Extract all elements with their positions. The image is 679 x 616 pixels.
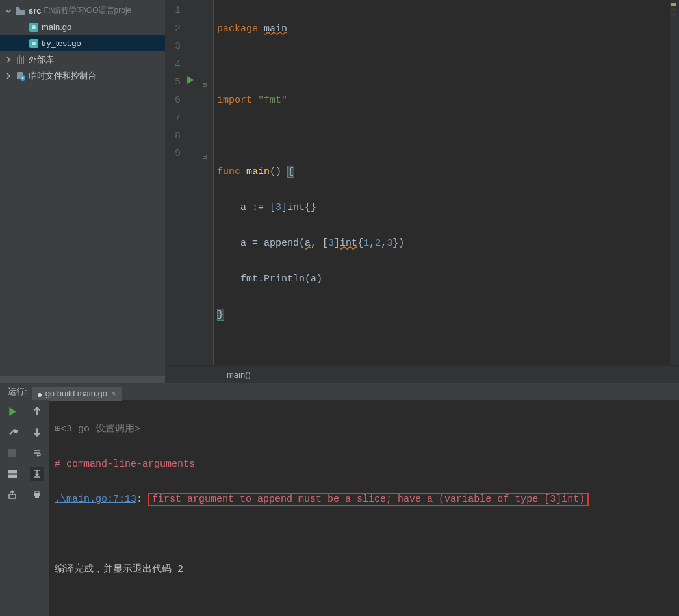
tree-label-src: src bbox=[29, 6, 42, 16]
code-token: }) bbox=[392, 238, 404, 249]
arrow-up-icon[interactable] bbox=[30, 404, 44, 418]
tree-node-try-test-go[interactable]: try_test.go bbox=[0, 35, 165, 51]
console-finish-text: 编译完成，并显示退出代码 bbox=[55, 564, 177, 575]
close-icon[interactable]: × bbox=[111, 389, 116, 398]
svg-rect-8 bbox=[8, 449, 16, 457]
code-area[interactable]: package main import "fmt" func main() { … bbox=[214, 0, 670, 365]
go-file-icon bbox=[38, 391, 42, 397]
stop-button[interactable] bbox=[5, 446, 19, 460]
chevron-right-icon bbox=[4, 57, 13, 63]
code-token: { bbox=[287, 166, 294, 178]
code-token: int bbox=[340, 238, 357, 249]
code-token: , [ bbox=[311, 238, 328, 249]
code-token: 1 bbox=[363, 238, 369, 249]
svg-rect-13 bbox=[35, 491, 39, 493]
line-number: 6 bbox=[165, 92, 181, 110]
line-number: 1 bbox=[165, 2, 181, 20]
run-header-label: 运行: bbox=[8, 386, 27, 398]
code-token: ] bbox=[334, 238, 340, 249]
breadcrumb-label: main() bbox=[227, 370, 251, 379]
chevron-down-icon bbox=[4, 8, 13, 14]
run-panel: 运行: go build main.go × bbox=[0, 383, 679, 616]
export-button[interactable] bbox=[5, 487, 19, 502]
run-header: 运行: go build main.go × bbox=[0, 383, 679, 400]
code-token: fmt.Println( bbox=[217, 274, 311, 285]
tree-node-scratches[interactable]: 临时文件和控制台 bbox=[0, 68, 165, 84]
code-token: {} bbox=[305, 202, 316, 213]
arrow-down-icon[interactable] bbox=[30, 425, 44, 439]
code-token: append bbox=[264, 238, 299, 249]
tree-node-src[interactable]: src F:\编程学习\GO语言proje bbox=[0, 3, 165, 19]
stripe-marker[interactable] bbox=[671, 8, 676, 11]
code-token: , bbox=[381, 238, 387, 249]
console-output[interactable]: ⊞<3 go 设置调用> # command-line-arguments .\… bbox=[49, 400, 679, 616]
gutter-line-numbers: 1 2 3 4 5 6 7 8 9 bbox=[165, 0, 185, 365]
project-sidebar: src F:\编程学习\GO语言proje main.go try_test.g… bbox=[0, 0, 165, 383]
code-token: main bbox=[246, 166, 270, 177]
sidebar-scrollbar[interactable] bbox=[0, 376, 165, 383]
project-tree: src F:\编程学习\GO语言proje main.go try_test.g… bbox=[0, 0, 165, 84]
line-number: 9 bbox=[165, 145, 181, 163]
svg-rect-14 bbox=[35, 496, 39, 498]
line-number: 5 bbox=[165, 73, 181, 92]
console-error-link[interactable]: .\main.go:7:13 bbox=[55, 494, 136, 505]
go-file-icon bbox=[29, 38, 39, 49]
console-prompt: <3 go 设置调用> bbox=[60, 424, 140, 435]
run-toolbar-right bbox=[25, 400, 49, 616]
code-token: ( bbox=[299, 238, 305, 249]
code-token: a = bbox=[217, 238, 264, 249]
svg-rect-10 bbox=[8, 474, 17, 478]
code-token: func bbox=[217, 166, 240, 177]
fold-start-icon[interactable]: ⊟ bbox=[203, 77, 207, 95]
library-icon bbox=[16, 55, 26, 65]
run-toolbar-left bbox=[0, 400, 25, 616]
tree-path-src: F:\编程学习\GO语言proje bbox=[44, 5, 132, 16]
console-error-heading: # command-line-arguments bbox=[55, 459, 195, 470]
line-number: 2 bbox=[165, 20, 181, 38]
console-error-message: first argument to append must be a slice… bbox=[152, 494, 585, 505]
wrench-icon[interactable] bbox=[5, 425, 19, 439]
rerun-button[interactable] bbox=[5, 404, 19, 418]
fold-end-icon[interactable]: ⊟ bbox=[203, 148, 207, 166]
stripe-marker[interactable] bbox=[671, 3, 676, 6]
scratches-icon bbox=[16, 71, 26, 81]
code-token: } bbox=[217, 309, 224, 321]
code-token: a bbox=[311, 274, 316, 285]
editor-error-stripe[interactable] bbox=[670, 0, 679, 365]
breadcrumb[interactable]: main() bbox=[165, 365, 679, 383]
console-text: : bbox=[136, 494, 148, 505]
chevron-right-icon bbox=[4, 73, 13, 79]
scroll-to-end-icon[interactable] bbox=[30, 467, 44, 481]
code-token: a := [ bbox=[217, 202, 275, 213]
svg-rect-9 bbox=[8, 470, 17, 473]
line-number: 7 bbox=[165, 109, 181, 127]
run-tab[interactable]: go build main.go × bbox=[32, 387, 122, 401]
soft-wrap-icon[interactable] bbox=[30, 446, 44, 460]
code-token: { bbox=[357, 238, 363, 249]
code-token: ) bbox=[316, 274, 322, 285]
editor: 1 2 3 4 5 6 7 8 9 ⊟ ⊟ bbox=[165, 0, 679, 383]
tree-label: main.go bbox=[42, 22, 71, 32]
svg-rect-2 bbox=[19, 55, 20, 64]
console-exit-code: 2 bbox=[177, 564, 183, 575]
gutter-marks bbox=[185, 0, 200, 365]
svg-rect-0 bbox=[16, 7, 19, 9]
code-token: int bbox=[287, 202, 305, 213]
code-token: ] bbox=[281, 202, 287, 213]
code-token: 3 bbox=[275, 202, 281, 213]
tree-label: 临时文件和控制台 bbox=[29, 70, 96, 82]
stripe-marker[interactable] bbox=[671, 13, 676, 16]
tree-node-external-libs[interactable]: 外部库 bbox=[0, 51, 165, 68]
print-icon[interactable] bbox=[30, 487, 44, 502]
svg-rect-3 bbox=[21, 57, 22, 64]
code-token: 2 bbox=[375, 238, 381, 249]
code-token: 3 bbox=[387, 238, 392, 249]
tree-label: 外部库 bbox=[29, 54, 54, 66]
line-number: 3 bbox=[165, 38, 181, 56]
layout-button[interactable] bbox=[5, 467, 19, 481]
code-token: package bbox=[217, 23, 258, 34]
tree-node-main-go[interactable]: main.go bbox=[0, 19, 165, 35]
code-token: 3 bbox=[328, 238, 334, 249]
code-token: import bbox=[217, 95, 252, 106]
run-gutter-icon[interactable] bbox=[186, 76, 194, 84]
